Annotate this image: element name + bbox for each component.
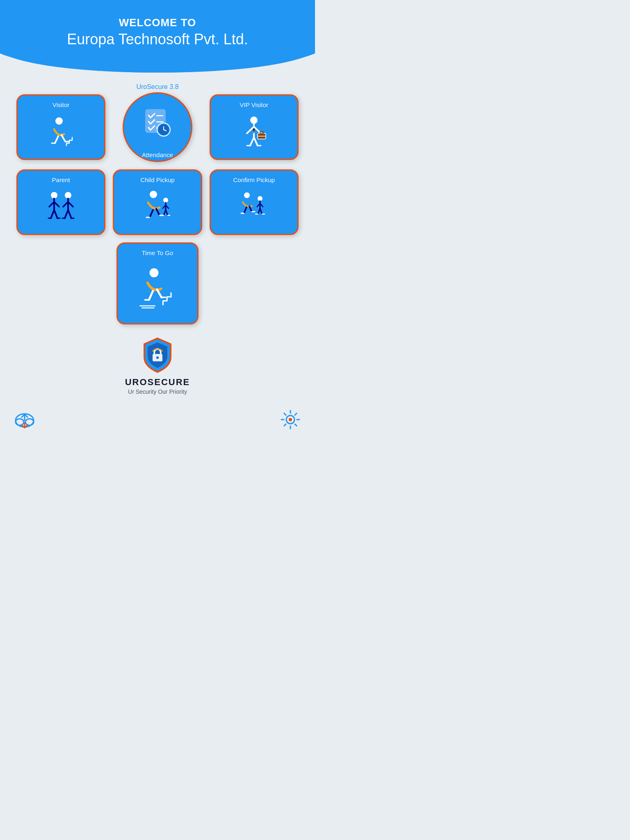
svg-line-88: [295, 424, 297, 426]
svg-line-29: [51, 210, 54, 218]
svg-line-21: [250, 137, 254, 146]
svg-line-22: [254, 137, 258, 146]
svg-point-78: [25, 419, 34, 425]
svg-line-38: [68, 210, 71, 218]
child-pickup-tile[interactable]: Child Pickup: [113, 169, 202, 235]
vip-visitor-icon-area: [215, 111, 293, 153]
row2-grid: Parent: [0, 169, 315, 235]
svg-line-51: [166, 210, 168, 215]
svg-line-16: [247, 127, 254, 133]
footer: [0, 403, 315, 440]
svg-line-55: [244, 207, 247, 213]
parent-tile[interactable]: Parent: [16, 169, 105, 235]
attendance-icon-area: [124, 94, 191, 151]
svg-line-2: [62, 135, 65, 142]
attendance-label: Attendance: [142, 151, 173, 158]
attendance-container: Attendance: [113, 92, 202, 162]
svg-point-67: [149, 268, 158, 277]
parent-icon: [43, 189, 80, 226]
visitor-icon: [43, 114, 80, 151]
svg-point-54: [244, 192, 250, 198]
svg-point-77: [16, 419, 24, 425]
parent-icon-area: [22, 186, 100, 228]
visitor-label: Visitor: [52, 101, 69, 108]
svg-point-13: [250, 116, 258, 124]
confirm-pickup-icon: [235, 189, 272, 226]
logo-tagline: Ur Security Our Priority: [128, 388, 187, 395]
svg-line-43: [156, 209, 160, 215]
svg-line-37: [65, 210, 68, 218]
svg-point-33: [65, 192, 71, 199]
svg-line-64: [260, 208, 262, 214]
svg-line-1: [55, 136, 58, 143]
row1-grid: Visitor: [0, 92, 315, 162]
svg-point-82: [289, 418, 292, 421]
vip-visitor-icon: [235, 114, 272, 151]
visitor-tile[interactable]: Visitor: [16, 94, 105, 160]
confirm-pickup-tile[interactable]: Confirm Pickup: [210, 169, 299, 235]
svg-line-68: [149, 291, 153, 300]
child-pickup-icon-area: [118, 186, 196, 228]
svg-line-42: [150, 210, 153, 217]
svg-point-75: [156, 356, 159, 359]
child-pickup-label: Child Pickup: [140, 176, 174, 183]
svg-point-59: [258, 196, 262, 201]
parent-label: Parent: [52, 176, 70, 183]
logo-shield-icon: [141, 337, 174, 374]
confirm-pickup-icon-area: [215, 186, 293, 228]
svg-point-46: [163, 198, 168, 203]
attendance-icon: [141, 107, 174, 138]
bottom-row: Time To Go: [0, 242, 315, 324]
vip-visitor-label: VIP Visitor: [240, 101, 268, 108]
header-banner: WELCOME TO Europa Technosoft Pvt. Ltd.: [0, 0, 315, 73]
settings-gear-icon[interactable]: [278, 407, 303, 432]
confirm-pickup-label: Confirm Pickup: [233, 176, 275, 183]
version-text: UroSecure 3.8: [136, 83, 178, 90]
svg-line-89: [295, 413, 297, 415]
time-to-go-label: Time To Go: [142, 249, 173, 256]
svg-line-90: [284, 424, 286, 426]
svg-line-30: [54, 210, 57, 218]
svg-point-0: [55, 117, 63, 125]
time-to-go-icon-area: [122, 259, 193, 317]
svg-point-41: [150, 191, 157, 198]
vip-visitor-tile[interactable]: VIP Visitor: [210, 94, 299, 160]
company-name: Europa Technosoft Pvt. Ltd.: [8, 31, 307, 48]
visitor-icon-area: [22, 111, 100, 153]
cloud-upload-icon[interactable]: [12, 407, 37, 432]
child-pickup-icon: [139, 189, 176, 226]
svg-line-87: [284, 413, 286, 415]
time-to-go-icon: [135, 266, 180, 311]
logo-section: UROSECURE Ur Security Our Priority: [0, 324, 315, 403]
attendance-tile[interactable]: Attendance: [123, 92, 192, 162]
logo-name: UROSECURE: [125, 377, 190, 388]
welcome-label: WELCOME TO: [8, 16, 307, 29]
svg-point-25: [51, 192, 57, 199]
time-to-go-tile[interactable]: Time To Go: [116, 242, 199, 324]
